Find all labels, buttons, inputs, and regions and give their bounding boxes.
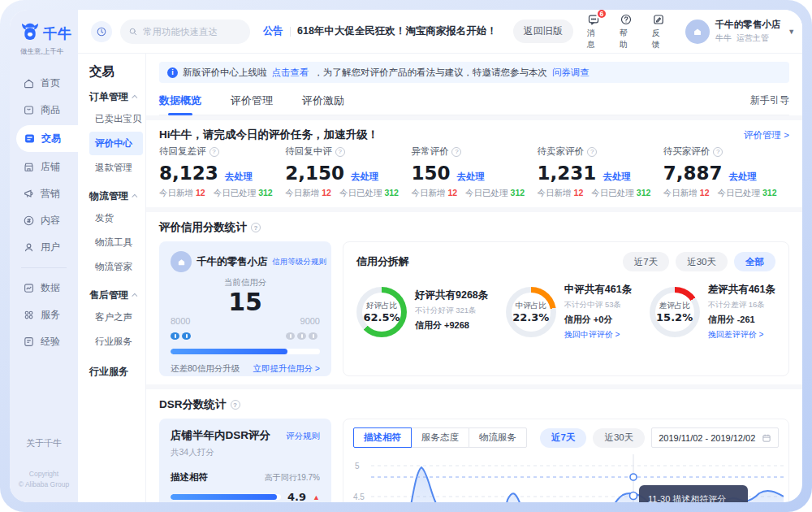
tab-review-incentive[interactable]: 评价激励 xyxy=(302,86,344,115)
sidebar-item-user[interactable]: 用户 xyxy=(10,234,78,261)
dsr-filter-30days[interactable]: 近30天 xyxy=(593,428,645,448)
banner-view-link[interactable]: 点击查看 xyxy=(272,67,309,79)
back-to-old-version-button[interactable]: 返回旧版 xyxy=(513,20,573,43)
breakdown-title: 信用分拆解 xyxy=(356,254,409,269)
credit-score-card: 千牛的零售小店 信用等级分规则 当前信用分 15 8000 9000 xyxy=(159,241,331,376)
calendar-icon xyxy=(762,433,771,443)
group-industry-service[interactable]: 行业服务 xyxy=(89,365,145,379)
question-icon[interactable]: ? xyxy=(251,223,261,232)
dsr-progress-bar xyxy=(171,494,281,500)
credit-section-title: 评价信用分数统计 ? xyxy=(159,220,789,235)
dsr-metric-label: 描述相符 xyxy=(171,471,208,484)
search-box[interactable] xyxy=(120,20,250,44)
notice-banner: i 新版评价中心上线啦 点击查看 ，为了解您对评价产品的看法与建议，特邀请您参与… xyxy=(159,62,789,83)
group-logistics[interactable]: 物流管理 xyxy=(89,189,145,203)
recover-bad-review-link[interactable]: 挽回差评评价 > xyxy=(708,329,775,341)
filter-all[interactable]: 全部 xyxy=(734,252,775,271)
subnav-item-logistics-tools[interactable]: 物流工具 xyxy=(89,231,143,254)
subnav-item-customer-voice[interactable]: 客户之声 xyxy=(89,306,143,329)
segment-service[interactable]: 服务态度 xyxy=(411,427,469,448)
handle-link[interactable]: 去处理 xyxy=(729,171,758,183)
sidebar-item-data[interactable]: 数据 xyxy=(10,275,78,302)
announcement-text[interactable]: 618年中大促全民狂欢！淘宝商家报名开始！ xyxy=(297,24,497,38)
upgrade-hint: 还差80信用分升级 xyxy=(171,363,240,375)
dsr-filter-7days[interactable]: 近7天 xyxy=(540,428,586,448)
stat-abnormal-reviews: 异常评价? 150去处理 今日新增12今日已处理312 xyxy=(411,145,537,199)
subnav-item-logistics-manager[interactable]: 物流管家 xyxy=(89,255,143,279)
section-strip xyxy=(146,384,802,389)
handle-link[interactable]: 去处理 xyxy=(225,171,253,183)
group-after-sales[interactable]: 售后管理 xyxy=(89,289,145,302)
chart-tooltip: 11-30 描述相符评分 商品 4.5 行业平均 4.3 xyxy=(639,485,748,502)
info-icon: i xyxy=(167,67,178,78)
boost-credit-link[interactable]: 立即提升信用分 > xyxy=(253,363,320,375)
subnav-item-industry-service[interactable]: 行业服务 xyxy=(89,330,143,354)
handle-link[interactable]: 去处理 xyxy=(456,171,485,183)
dsr-line-chart: 5 4.5 xyxy=(353,454,779,502)
stat-value: 1,231 xyxy=(538,163,597,184)
question-icon[interactable]: ? xyxy=(713,147,723,157)
sidebar-item-trade[interactable]: 交易 xyxy=(16,125,78,152)
sidebar-item-experience[interactable]: 经验 xyxy=(10,328,78,355)
sidebar-item-service[interactable]: 服务 xyxy=(10,302,78,328)
subnav-item-sold-items[interactable]: 已卖出宝贝 xyxy=(89,107,143,131)
divider xyxy=(290,27,291,37)
beginner-guide-link[interactable]: 新手引导 xyxy=(750,93,789,107)
question-icon[interactable]: ? xyxy=(335,147,345,157)
filter-30days[interactable]: 近30天 xyxy=(676,252,728,271)
megaphone-icon xyxy=(23,188,35,200)
stat-value: 150 xyxy=(411,163,450,184)
tab-bar: 数据概览 评价管理 评价激励 新手引导 xyxy=(159,86,789,115)
question-icon[interactable]: ? xyxy=(587,147,597,157)
sidebar-item-goods[interactable]: 商品 xyxy=(10,97,78,124)
sidebar-item-home[interactable]: 首页 xyxy=(10,70,78,97)
sidebar-item-marketing[interactable]: 营销 xyxy=(10,180,78,207)
segment-logistics[interactable]: 物流服务 xyxy=(469,427,527,448)
date-range-picker[interactable]: 2019/11/02 - 2019/12/02 xyxy=(651,427,779,448)
group-order-management[interactable]: 订单管理 xyxy=(89,90,145,104)
question-icon[interactable]: ? xyxy=(451,147,461,157)
dsr-score-value: 4.9 xyxy=(287,491,306,502)
history-clock-button[interactable] xyxy=(91,21,112,42)
tab-data-overview[interactable]: 数据概览 xyxy=(159,86,201,115)
subnav-item-shipping[interactable]: 发货 xyxy=(89,206,143,230)
stats-row: 待回复差评? 8,123去处理 今日新增12今日已处理312 待回复中评? 2,… xyxy=(159,145,789,199)
chart-icon xyxy=(23,282,35,294)
trade-icon xyxy=(24,132,36,145)
recover-mid-review-link[interactable]: 挽回中评评价 > xyxy=(564,329,632,341)
search-input[interactable] xyxy=(143,27,232,37)
chevron-down-icon: ▼ xyxy=(788,28,795,36)
current-level-badges xyxy=(171,328,193,343)
good-review-donut-group: 好评占比 62.5% 好评共有9268条 不计分好评 321条 信用分 +926… xyxy=(356,283,488,341)
credit-rules-link[interactable]: 信用等级分规则 xyxy=(273,257,327,267)
messages-button[interactable]: 6 消息 xyxy=(587,13,600,50)
question-icon[interactable]: ? xyxy=(231,400,240,410)
shop-icon xyxy=(23,161,35,173)
handle-link[interactable]: 去处理 xyxy=(603,171,631,183)
feedback-button[interactable]: 反馈 xyxy=(652,13,665,50)
subnav-item-review-center[interactable]: 评价中心 xyxy=(89,132,143,155)
scale-min: 8000 xyxy=(171,316,190,326)
banner-survey-link[interactable]: 问券调查 xyxy=(552,67,590,79)
account-menu[interactable]: 千牛的零售小店 牛牛 运营主管 ▼ xyxy=(685,19,795,44)
stat-value: 7,887 xyxy=(663,163,723,184)
handle-link[interactable]: 去处理 xyxy=(351,171,379,183)
help-button[interactable]: 帮助 xyxy=(620,13,633,50)
subnav-item-refunds[interactable]: 退款管理 xyxy=(89,156,143,180)
announcement-label[interactable]: 公告 xyxy=(263,24,283,38)
credit-breakdown-panel: 信用分拆解 近7天 近30天 全部 好评占比 62.5% xyxy=(343,241,789,376)
avatar xyxy=(685,20,710,44)
window-frame: 千牛 做生意,上千牛 首页 商品 交易 店铺 营销 xyxy=(0,0,812,512)
logo-tagline: 做生意,上千牛 xyxy=(20,47,78,57)
filter-7days[interactable]: 近7天 xyxy=(623,252,669,271)
dsr-rules-link[interactable]: 评分规则 xyxy=(286,431,320,442)
tooltip-title: 11-30 描述相符评分 xyxy=(648,493,739,502)
tab-review-management[interactable]: 评价管理 xyxy=(231,86,273,115)
sidebar-item-shop[interactable]: 店铺 xyxy=(10,154,78,180)
review-management-link[interactable]: 评价管理 > xyxy=(744,129,789,141)
main-content: i 新版评价中心上线啦 点击查看 ，为了解您对评价产品的看法与建议，特邀请您参与… xyxy=(146,54,802,502)
question-icon[interactable]: ? xyxy=(209,147,219,157)
sidebar-item-content[interactable]: 内容 xyxy=(10,207,78,234)
about-qianniu-link[interactable]: 关于千牛 xyxy=(10,437,78,449)
segment-description[interactable]: 描述相符 xyxy=(353,427,412,448)
